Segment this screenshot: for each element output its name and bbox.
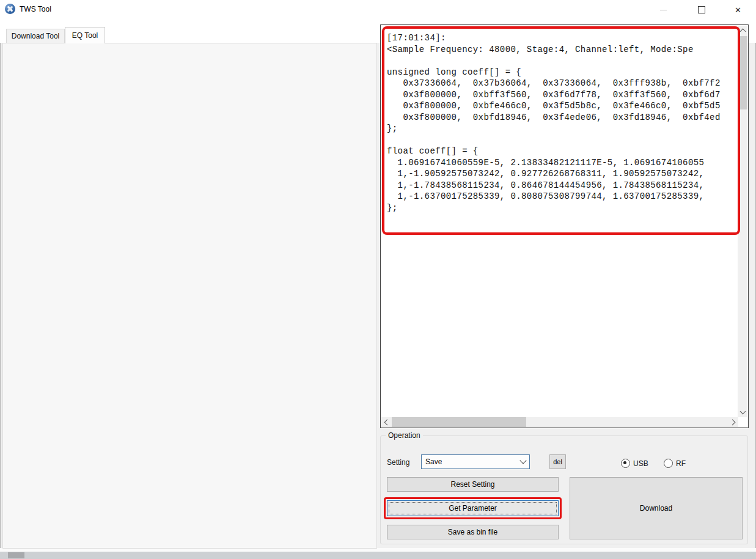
desktop-strip-segment — [8, 552, 24, 558]
eq-tool-tab-page — [2, 43, 377, 549]
operation-group: Operation Setting Save del USB RF Reset … — [380, 435, 748, 544]
get-parameter-button[interactable]: Get Parameter — [387, 500, 559, 516]
desktop-strip — [0, 552, 756, 559]
vertical-scrollbar[interactable] — [738, 26, 747, 417]
app-icon — [5, 4, 15, 14]
usb-radio[interactable]: USB — [621, 459, 648, 468]
log-text: [17:01:34]: <Sample Frequency: 48000, St… — [387, 32, 721, 213]
setting-combobox[interactable]: Save — [421, 454, 530, 469]
minimize-icon — [660, 10, 667, 10]
radio-dot-icon — [664, 459, 673, 468]
maximize-icon — [698, 6, 705, 13]
maximize-button[interactable] — [688, 0, 715, 20]
rf-radio[interactable]: RF — [664, 459, 686, 468]
close-icon: ✕ — [735, 6, 741, 15]
minimize-button[interactable] — [650, 0, 677, 20]
vertical-scroll-thumb[interactable] — [738, 36, 747, 109]
setting-label: Setting — [387, 458, 409, 467]
horizontal-scrollbar[interactable] — [381, 417, 738, 427]
tab-download-tool[interactable]: Download Tool — [6, 29, 65, 43]
window-title: TWS Tool — [20, 5, 51, 13]
scroll-up-icon — [739, 29, 746, 35]
scroll-right-icon — [730, 419, 736, 425]
horizontal-scroll-thumb[interactable] — [392, 417, 526, 427]
reset-setting-button[interactable]: Reset Setting — [387, 477, 559, 492]
operation-legend: Operation — [386, 431, 423, 440]
coefficient-output-log[interactable]: [17:01:34]: <Sample Frequency: 48000, St… — [380, 24, 749, 428]
close-button[interactable]: ✕ — [724, 0, 752, 20]
chevron-down-icon — [519, 457, 526, 464]
del-button[interactable]: del — [549, 454, 566, 469]
scroll-down-icon — [739, 409, 746, 415]
download-button[interactable]: Download — [570, 477, 743, 539]
save-as-bin-button[interactable]: Save as bin file — [387, 525, 559, 539]
scroll-left-icon — [384, 419, 391, 425]
radio-dot-icon — [621, 459, 630, 468]
tab-eq-tool[interactable]: EQ Tool — [65, 27, 105, 43]
